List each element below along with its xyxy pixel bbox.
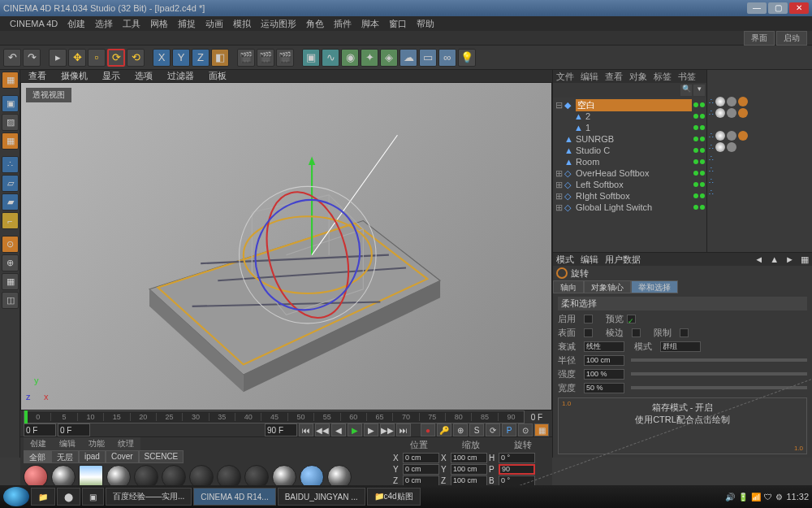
enable-checkbox[interactable] [584, 315, 593, 323]
undo-button[interactable]: ↶ [3, 49, 21, 67]
object-manager: 文件编辑查看对象标签书签 🔍▾ ⊟◆空白▲2▲1▲SUNRGB▲Studio C… [553, 70, 706, 252]
menu-动画[interactable]: 动画 [201, 18, 228, 30]
edge-mode[interactable]: ▱ [2, 175, 19, 192]
next-key[interactable]: ▶▶ [380, 423, 395, 436]
model-mode[interactable]: ▣ [2, 95, 19, 112]
system-tray[interactable]: 🔊🔋📶🛡⚙ 11:32 [725, 492, 809, 501]
next-frame[interactable]: ▶ [364, 423, 378, 436]
menu-帮助[interactable]: 帮助 [412, 18, 439, 30]
add-nurbs[interactable]: ◉ [341, 49, 359, 67]
object-RIght Softbox[interactable]: ⊞◇RIght Softbox [555, 190, 705, 202]
coord-system[interactable]: ◧ [211, 49, 229, 67]
key-pos[interactable]: ⊕ [453, 423, 468, 436]
filter-icon[interactable]: ▾ [693, 85, 705, 96]
key-anim[interactable]: ⊙ [518, 423, 533, 436]
rotate-tool[interactable]: ⟳ [107, 49, 125, 67]
add-light[interactable]: ∞ [438, 49, 456, 67]
workplane-mode[interactable]: ▦ [2, 132, 19, 150]
object-Left Softbox[interactable]: ⊞◇Left Softbox [555, 179, 705, 190]
object-1[interactable]: ▲1 [555, 122, 705, 133]
menu-网格[interactable]: 网格 [145, 18, 173, 30]
end-frame[interactable] [265, 423, 297, 436]
menu-窗口[interactable]: 窗口 [384, 18, 412, 30]
prev-frame[interactable]: ◀ [331, 423, 346, 436]
config-icon[interactable]: ▦ [801, 254, 809, 265]
nav-up-icon[interactable]: ▲ [770, 254, 779, 264]
record-key[interactable]: ● [421, 423, 435, 436]
key-rot[interactable]: ⟳ [486, 423, 500, 436]
start-button[interactable] [3, 487, 29, 506]
object-Room[interactable]: ▲Room [555, 156, 705, 167]
object-SUNRGB[interactable]: ▲SUNRGB [555, 133, 705, 145]
render-view[interactable]: 🎬 [237, 49, 255, 67]
menu-脚本[interactable]: 脚本 [356, 18, 384, 30]
object-Studio C[interactable]: ▲Studio C [555, 145, 705, 156]
move-tool[interactable]: ✥ [68, 49, 86, 67]
scale-tool[interactable]: ▫ [88, 49, 106, 67]
point-mode[interactable]: ∴ [2, 156, 19, 173]
select-tool[interactable]: ▸ [49, 49, 67, 67]
nav-back-icon[interactable]: ◄ [754, 254, 763, 264]
object-空白[interactable]: ⊟◆空白 [555, 99, 705, 111]
nav-fwd-icon[interactable]: ► [785, 254, 794, 264]
key-scale[interactable]: S [469, 423, 484, 436]
falloff-graph[interactable]: 箱存模式 - 开启使用CTRL配合点击绘制 1.0 1.0 [558, 397, 807, 454]
z-axis-toggle[interactable]: Z [192, 49, 209, 67]
redo-button[interactable]: ↷ [23, 49, 41, 67]
menu-选择[interactable]: 选择 [90, 18, 118, 30]
y-axis-toggle[interactable]: Y [172, 49, 190, 67]
menu-角色[interactable]: 角色 [301, 18, 329, 30]
render-region[interactable]: 🎬 [257, 49, 274, 67]
goto-end[interactable]: ⏭ [396, 423, 411, 436]
add-spline[interactable]: ∿ [322, 49, 339, 67]
viewport-menu: 查看摄像机显示选项过滤器面板 [20, 70, 552, 82]
add-generator[interactable]: ✦ [361, 49, 378, 67]
quantize[interactable]: ◫ [2, 292, 19, 309]
menu-CINEMA 4D[interactable]: CINEMA 4D [5, 19, 63, 28]
menu-工具[interactable]: 工具 [118, 18, 145, 30]
polygon-mode[interactable]: ▰ [2, 193, 19, 211]
object-Global Light Switch[interactable]: ⊞◇Global Light Switch [555, 202, 705, 213]
add-camera[interactable]: ▭ [419, 49, 437, 67]
last-tool[interactable]: ⟲ [127, 49, 145, 67]
search-icon[interactable]: 🔍 [680, 85, 692, 96]
menu-捕捉[interactable]: 捕捉 [173, 18, 201, 30]
snap-settings[interactable]: ⊕ [2, 254, 19, 271]
minimize-button[interactable]: — [747, 2, 767, 14]
object-OverHead Softbox[interactable]: ⊞◇OverHead Softbox [555, 167, 705, 179]
key-param[interactable]: P [502, 423, 516, 436]
viewport-3d[interactable]: 透视视图 yxz [20, 82, 552, 410]
menu-模拟[interactable]: 模拟 [228, 18, 256, 30]
autokey[interactable]: 🔑 [437, 423, 451, 436]
key-opts[interactable]: ▦ [534, 423, 549, 436]
x-axis-toggle[interactable]: X [153, 49, 171, 67]
object-2[interactable]: ▲2 [555, 111, 705, 122]
menu-运动图形[interactable]: 运动图形 [256, 18, 301, 30]
main-menu: CINEMA 4D创建选择工具网格捕捉动画模拟运动图形角色插件脚本窗口帮助 [0, 16, 812, 31]
prev-key[interactable]: ◀◀ [315, 423, 330, 436]
tags-column: ∴∴∴∴∴∴∴∴ [706, 70, 812, 252]
make-editable[interactable]: ▦ [2, 72, 19, 89]
current-frame[interactable] [58, 423, 90, 436]
maximize-button[interactable]: ▢ [768, 2, 788, 14]
mode-toolbar: ▦ ▣ ▨ ▦ ∴ ▱ ▰ ⌐ ⊙ ⊕ ▦ ◫ [0, 70, 20, 458]
preview-checkbox[interactable] [627, 315, 636, 323]
snap-toggle[interactable]: ⊙ [2, 236, 19, 253]
play-button[interactable]: ▶ [348, 423, 362, 436]
add-light2[interactable]: 💡 [458, 49, 476, 67]
goto-start[interactable]: ⏮ [299, 423, 313, 436]
main-toolbar: ↶ ↷ ▸ ✥ ▫ ⟳ ⟲ X Y Z ◧ 🎬 🎬 🎬 ▣ ∿ ◉ ✦ ◈ ☁ … [0, 46, 812, 70]
add-cube[interactable]: ▣ [302, 49, 320, 67]
close-button[interactable]: ✕ [789, 2, 809, 14]
menu-插件[interactable]: 插件 [329, 18, 356, 30]
add-deformer[interactable]: ◈ [380, 49, 398, 67]
start-frame[interactable] [24, 423, 56, 436]
rotate-icon [556, 267, 568, 279]
add-environment[interactable]: ☁ [400, 49, 417, 67]
render-settings[interactable]: 🎬 [276, 49, 294, 67]
menu-创建[interactable]: 创建 [63, 18, 90, 30]
texture-mode[interactable]: ▨ [2, 114, 19, 131]
attribute-manager: 模式编辑用户数据 ◄ ▲ ► ▦ 旋转 轴向对象轴心举和选择 柔和选择 启用 预… [553, 252, 812, 458]
workplane[interactable]: ▦ [2, 273, 19, 290]
axis-mode[interactable]: ⌐ [2, 212, 19, 229]
